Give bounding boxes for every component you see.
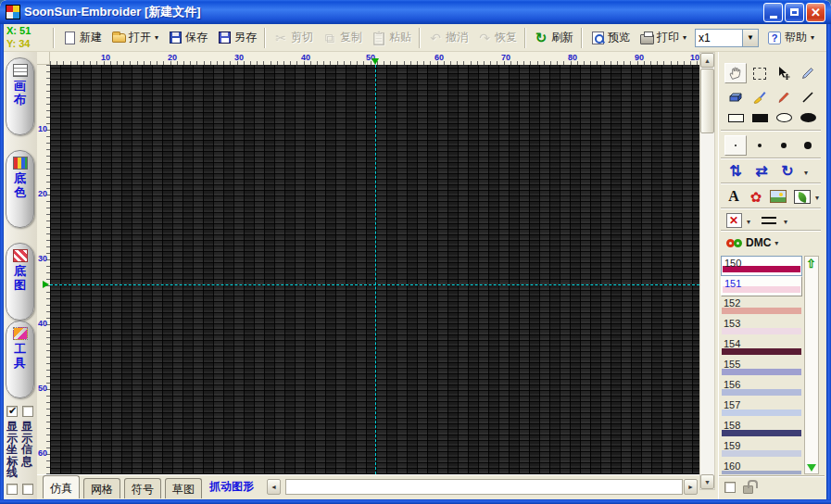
maximize-button[interactable]: [785, 3, 804, 22]
tools-panel-button[interactable]: 工具: [6, 321, 34, 398]
refresh-button[interactable]: ↻刷新: [529, 27, 578, 48]
save-button[interactable]: 保存: [163, 27, 212, 48]
select-tool-button[interactable]: [749, 63, 771, 83]
eraser-icon: [728, 90, 743, 105]
tab-simulation[interactable]: 仿真: [43, 475, 80, 498]
thread-color-item[interactable]: 160: [721, 460, 802, 474]
thread-color-item[interactable]: 157: [721, 398, 802, 419]
line-style-dropdown-icon[interactable]: ▾: [784, 218, 787, 226]
filled-ellipse-tool-button[interactable]: [797, 109, 819, 126]
option-checkbox[interactable]: [22, 484, 33, 495]
thread-code: 152: [724, 297, 740, 309]
pen-tool-button[interactable]: [797, 63, 819, 83]
brand-dropdown-icon[interactable]: ▾: [774, 239, 778, 247]
close-button[interactable]: ✕: [806, 3, 825, 22]
flip-vertical-button[interactable]: ⇅: [724, 161, 747, 182]
pan-tool-button[interactable]: [724, 63, 747, 83]
scroll-left-button[interactable]: ◄: [267, 479, 281, 495]
rotate-button[interactable]: ↻: [776, 161, 799, 182]
tab-sketch[interactable]: 草图: [165, 478, 202, 498]
open-file-label: 打开: [129, 30, 151, 45]
embroidery-canvas[interactable]: [50, 65, 699, 474]
line-style-button[interactable]: [758, 210, 780, 231]
right-tool-panel: ⇅ ⇄ ↻ ▾ A ✿ ▾ ✕ ▾ ▾ DMC ▾ 150: [718, 52, 825, 499]
background-image-panel-button[interactable]: 底图: [6, 243, 34, 321]
zoom-combobox[interactable]: x1 ▼: [695, 29, 759, 47]
brush-tool-button[interactable]: [749, 87, 771, 107]
undo-arrow-icon: ↶: [428, 31, 443, 45]
delete-dropdown-icon[interactable]: ▾: [747, 218, 750, 226]
show-info-checkbox[interactable]: [22, 406, 33, 417]
leaf-icon: [794, 190, 811, 204]
thread-color-item[interactable]: 156: [721, 378, 802, 398]
save-as-button[interactable]: 另存: [212, 27, 261, 48]
stitch-pencil-button[interactable]: [773, 87, 795, 107]
thread-color-item[interactable]: 159: [721, 439, 802, 460]
canvas-vertical-scrollbar[interactable]: ▲ ▼: [699, 52, 715, 490]
palette-scrollbar[interactable]: ⇧: [804, 256, 819, 474]
thread-code: 154: [724, 338, 740, 349]
brush-size-1-button[interactable]: [724, 135, 747, 156]
palette-lock-checkbox[interactable]: [724, 482, 736, 493]
nature-library-button[interactable]: [791, 186, 813, 207]
thread-color-item[interactable]: 152: [721, 296, 802, 317]
vertical-scroll-thumb[interactable]: [700, 69, 714, 133]
line-tool-button[interactable]: [797, 87, 819, 107]
flip-horizontal-button[interactable]: ⇄: [750, 161, 773, 182]
delete-stitch-button[interactable]: ✕: [723, 210, 745, 231]
preview-button[interactable]: 预览: [585, 27, 635, 48]
thread-color-item[interactable]: 151: [721, 276, 802, 296]
brush-size-3-button[interactable]: [773, 135, 795, 156]
print-dropdown-icon[interactable]: ▾: [683, 33, 686, 42]
ellipse-outline-icon: [776, 113, 792, 122]
filled-rectangle-tool-button[interactable]: [749, 109, 771, 126]
cut-button: ✂剪切: [269, 27, 318, 48]
new-file-button[interactable]: 新建: [57, 27, 107, 48]
ruler-tick-label: 20: [38, 189, 47, 198]
brush-size-4-button[interactable]: [797, 135, 819, 156]
show-coordinates-checkbox[interactable]: [6, 406, 18, 417]
text-tool-button[interactable]: A: [723, 186, 745, 207]
canvas-horizontal-scrollbar[interactable]: [285, 479, 683, 495]
library-dropdown-icon[interactable]: ▾: [815, 194, 819, 202]
thread-color-item[interactable]: 154: [721, 337, 802, 358]
palette-scroll-down-icon[interactable]: [807, 464, 816, 472]
move-tool-button[interactable]: [773, 63, 795, 83]
print-button[interactable]: 打印▾: [635, 27, 691, 48]
help-button[interactable]: ?帮助▾: [762, 27, 819, 48]
scroll-up-button[interactable]: ▲: [700, 53, 714, 68]
delete-x-icon: ✕: [726, 213, 742, 228]
tab-symbol[interactable]: 符号: [124, 478, 161, 498]
vertical-ruler: 10 20 30 40 50 60: [37, 65, 50, 474]
open-file-button[interactable]: 打开▾: [107, 27, 163, 48]
current-color-field[interactable]: 150: [721, 256, 802, 276]
brush-size-2-button[interactable]: [749, 135, 771, 156]
zoom-value[interactable]: x1: [695, 29, 743, 47]
open-folder-icon: [111, 31, 126, 45]
thread-brand-selector[interactable]: DMC ▾: [719, 232, 825, 254]
thread-color-bar: [722, 328, 801, 334]
save-label: 保存: [185, 30, 208, 45]
rectangle-tool-button[interactable]: [724, 109, 747, 126]
help-dropdown-icon[interactable]: ▾: [811, 33, 814, 42]
thread-color-item[interactable]: 155: [721, 358, 802, 378]
zoom-dropdown-icon[interactable]: ▼: [743, 29, 759, 47]
open-dropdown-icon[interactable]: ▾: [155, 33, 158, 42]
tab-grid[interactable]: 网格: [83, 478, 120, 498]
insert-image-button[interactable]: [767, 186, 789, 207]
thread-color-item[interactable]: 158: [721, 419, 802, 439]
show-coordinates-label: 显示坐标线: [6, 421, 18, 479]
minimize-button[interactable]: [763, 3, 783, 22]
scroll-right-button[interactable]: ►: [684, 479, 698, 495]
clipart-button[interactable]: ✿: [745, 186, 767, 207]
option-checkbox[interactable]: [6, 484, 18, 495]
rotate-dropdown-icon[interactable]: ▾: [804, 169, 808, 177]
thread-color-item[interactable]: 153: [721, 317, 802, 337]
scroll-down-button[interactable]: ▼: [700, 474, 714, 489]
eraser-tool-button[interactable]: [724, 87, 747, 107]
canvas-panel-button[interactable]: 画布: [6, 57, 34, 135]
ellipse-tool-button[interactable]: [773, 109, 795, 126]
palette-scroll-up-icon[interactable]: ⇧: [806, 257, 816, 271]
background-color-panel-button[interactable]: 底色: [6, 150, 34, 228]
line-icon: [800, 90, 815, 105]
